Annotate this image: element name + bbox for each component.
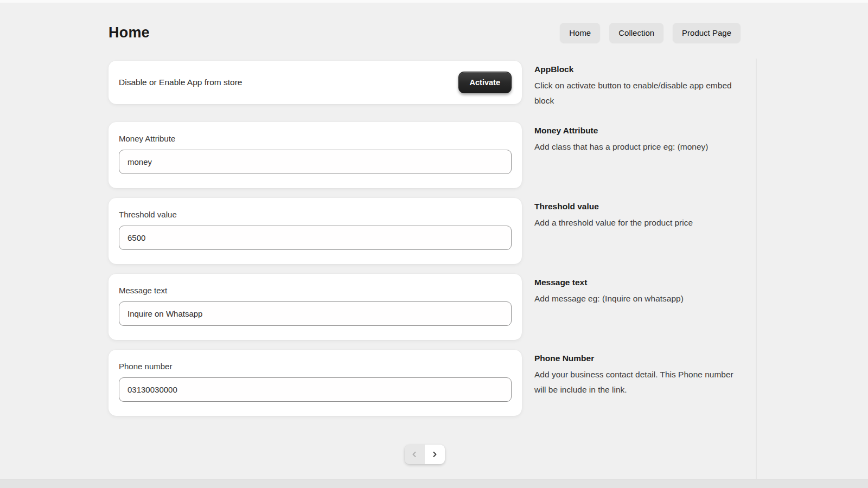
annotation-message-text: Message text Add message eg: (Inquire on… <box>534 274 741 340</box>
annotation-description: Add class that has a product price eg: (… <box>534 139 741 155</box>
annotation-title: Message text <box>534 278 741 287</box>
content-right-divider <box>756 59 757 479</box>
annotation-appblock: AppBlock Click on activate button to ena… <box>534 61 741 108</box>
annotation-description: Click on activate button to enable/disab… <box>534 78 741 108</box>
section-threshold-value: Threshold value Threshold value Add a th… <box>108 198 741 264</box>
annotation-threshold-value: Threshold value Add a threshold value fo… <box>534 198 741 264</box>
activate-card-text: Disable or Enable App from store <box>119 78 242 87</box>
money-attribute-label: Money Attribute <box>119 134 512 143</box>
nav-tab-product-page[interactable]: Product Page <box>673 23 741 43</box>
section-phone-number: Phone number Phone Number Add your busin… <box>108 350 741 416</box>
pagination-control <box>405 445 445 464</box>
annotation-description: Add message eg: (Inquire on whatsapp) <box>534 291 741 306</box>
annotation-title: Threshold value <box>534 202 741 211</box>
pagination <box>108 445 741 464</box>
pagination-prev-button[interactable] <box>405 445 425 464</box>
section-appblock: Disable or Enable App from store Activat… <box>108 61 741 108</box>
annotation-title: Money Attribute <box>534 126 741 136</box>
activate-card: Disable or Enable App from store Activat… <box>108 61 522 104</box>
section-money-attribute: Money Attribute Money Attribute Add clas… <box>108 122 741 188</box>
activate-button[interactable]: Activate <box>458 72 512 93</box>
chevron-left-icon <box>411 451 418 458</box>
money-attribute-input[interactable] <box>119 150 512 174</box>
message-text-input[interactable] <box>119 301 512 326</box>
section-message-text: Message text Message text Add message eg… <box>108 274 741 340</box>
page-title: Home <box>108 24 150 41</box>
annotation-description: Add your business contact detail. This P… <box>534 367 741 397</box>
pagination-next-button[interactable] <box>425 445 445 464</box>
annotation-title: Phone Number <box>534 354 741 363</box>
phone-number-card: Phone number <box>108 350 522 416</box>
chevron-right-icon <box>431 451 438 458</box>
nav-tab-home[interactable]: Home <box>560 23 600 43</box>
page-nav-tabs: Home Collection Product Page <box>560 23 741 43</box>
phone-number-label: Phone number <box>119 362 512 371</box>
nav-tab-collection[interactable]: Collection <box>609 23 663 43</box>
settings-page: Home Home Collection Product Page Disabl… <box>108 22 741 464</box>
threshold-value-card: Threshold value <box>108 198 522 264</box>
annotation-title: AppBlock <box>534 65 741 74</box>
message-text-card: Message text <box>108 274 522 340</box>
page-header: Home Home Collection Product Page <box>108 22 741 43</box>
money-attribute-card: Money Attribute <box>108 122 522 188</box>
window-top-strip <box>0 0 868 3</box>
annotation-description: Add a threshold value for the product pr… <box>534 215 741 230</box>
annotation-money-attribute: Money Attribute Add class that has a pro… <box>534 122 741 188</box>
annotation-phone-number: Phone Number Add your business contact d… <box>534 350 741 416</box>
threshold-value-label: Threshold value <box>119 210 512 219</box>
message-text-label: Message text <box>119 286 512 295</box>
phone-number-input[interactable] <box>119 377 512 402</box>
threshold-value-input[interactable] <box>119 226 512 250</box>
window-bottom-strip <box>0 479 868 488</box>
